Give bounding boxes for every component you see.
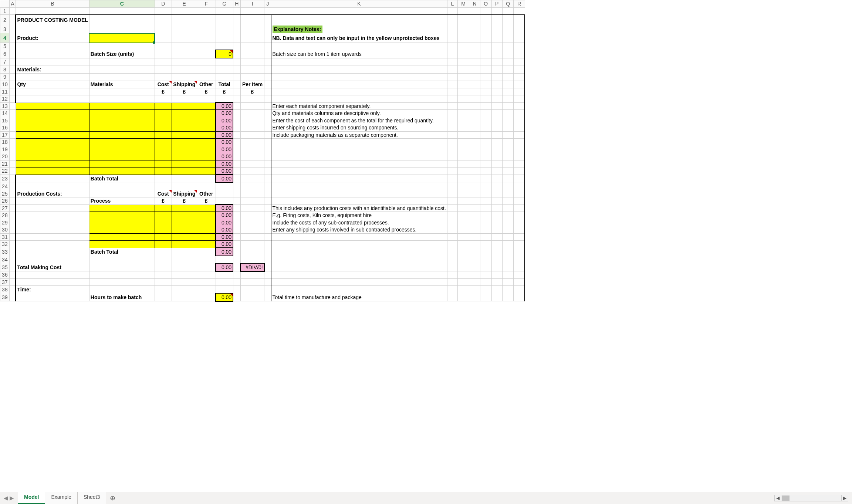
cell-L25[interactable] [447,190,457,197]
cell-D25[interactable]: Cost [155,190,172,197]
cell-N17[interactable] [469,131,480,139]
cell-B7[interactable] [16,58,89,65]
row-header-35[interactable]: 35 [0,263,10,271]
cell-I15[interactable] [240,117,264,124]
cell-K39[interactable]: Total time to manufacture and package [271,293,447,301]
cell-C32[interactable] [89,241,155,248]
cell-A21[interactable] [9,160,16,168]
cell-G27[interactable]: 0.00 [216,204,233,212]
cell-D26[interactable]: £ [155,197,172,205]
cell-I22[interactable] [240,168,264,175]
cell-D8[interactable] [155,65,172,74]
cell-D18[interactable] [155,139,172,146]
cell-C17[interactable] [89,131,155,139]
cell-B27[interactable] [16,204,89,212]
cell-R21[interactable] [514,160,525,168]
cell-G30[interactable]: 0.00 [216,226,233,234]
cell-O10[interactable] [480,81,492,88]
cell-B11[interactable] [16,88,89,95]
scroll-thumb[interactable] [782,495,790,501]
cell-E37[interactable] [172,278,197,286]
row-header-28[interactable]: 28 [0,212,10,219]
cell-C13[interactable] [89,102,155,110]
cell-J14[interactable] [264,110,271,117]
cell-K9[interactable] [271,74,447,81]
cell-P22[interactable] [491,168,502,175]
cell-B1[interactable] [16,7,89,15]
cell-B19[interactable] [16,146,89,153]
cell-D17[interactable] [155,131,172,139]
cell-A15[interactable] [9,117,16,124]
cell-R29[interactable] [514,219,525,226]
cell-N33[interactable] [469,248,480,256]
cell-M1[interactable] [457,7,469,15]
cell-P1[interactable] [491,7,502,15]
cell-N18[interactable] [469,139,480,146]
cell-L29[interactable] [447,219,457,226]
cell-E29[interactable] [172,219,197,226]
cell-D19[interactable] [155,146,172,153]
cell-G9[interactable] [216,74,233,81]
cell-M25[interactable] [457,190,469,197]
cell-F17[interactable] [197,131,216,139]
scroll-left-icon[interactable]: ◀ [775,495,781,501]
cell-H24[interactable] [233,183,240,190]
cell-R30[interactable] [514,226,525,234]
cell-G34[interactable] [216,256,233,263]
cell-M32[interactable] [457,241,469,248]
cell-D34[interactable] [155,256,172,263]
cell-D11[interactable]: £ [155,88,172,95]
col-header-H[interactable]: H [233,0,240,8]
cell-N2[interactable] [469,15,480,25]
cell-Q21[interactable] [502,160,514,168]
cell-M19[interactable] [457,146,469,153]
cell-A27[interactable] [9,204,16,212]
cell-O9[interactable] [480,74,492,81]
cell-C35[interactable] [89,263,155,271]
cell-H11[interactable] [233,88,240,95]
cell-K25[interactable] [271,190,447,197]
cell-A23[interactable] [9,175,16,183]
cell-R31[interactable] [514,233,525,241]
cell-F32[interactable] [197,241,216,248]
cell-R37[interactable] [514,278,525,286]
cell-D13[interactable] [155,102,172,110]
cell-E6[interactable] [172,50,197,58]
cell-L34[interactable] [447,256,457,263]
cell-O21[interactable] [480,160,492,168]
cell-E9[interactable] [172,74,197,81]
cell-J13[interactable] [264,102,271,110]
cell-N16[interactable] [469,124,480,132]
cell-A33[interactable] [9,248,16,256]
cell-E34[interactable] [172,256,197,263]
row-header-37[interactable]: 37 [0,278,10,286]
cell-H14[interactable] [233,110,240,117]
cell-N7[interactable] [469,58,480,65]
cell-B18[interactable] [16,139,89,146]
cell-F30[interactable] [197,226,216,234]
col-header-A[interactable]: A [9,0,16,8]
cell-M14[interactable] [457,110,469,117]
cell-Q18[interactable] [502,139,514,146]
cell-K33[interactable] [271,248,447,256]
cell-L6[interactable] [447,50,457,58]
cell-N36[interactable] [469,271,480,279]
cell-F11[interactable]: £ [197,88,216,95]
cell-E22[interactable] [172,168,197,175]
cell-Q37[interactable] [502,278,514,286]
cell-E21[interactable] [172,160,197,168]
cell-D36[interactable] [155,271,172,279]
cell-G21[interactable]: 0.00 [216,160,233,168]
cell-I4[interactable] [240,33,264,43]
cell-C24[interactable] [89,183,155,190]
cell-F26[interactable]: £ [197,197,216,205]
cell-L17[interactable] [447,131,457,139]
cell-N12[interactable] [469,95,480,103]
cell-L28[interactable] [447,212,457,219]
cell-E7[interactable] [172,58,197,65]
row-header-7[interactable]: 7 [0,58,10,65]
cell-M9[interactable] [457,74,469,81]
cell-L13[interactable] [447,102,457,110]
cell-A31[interactable] [9,233,16,241]
cell-R20[interactable] [514,153,525,160]
